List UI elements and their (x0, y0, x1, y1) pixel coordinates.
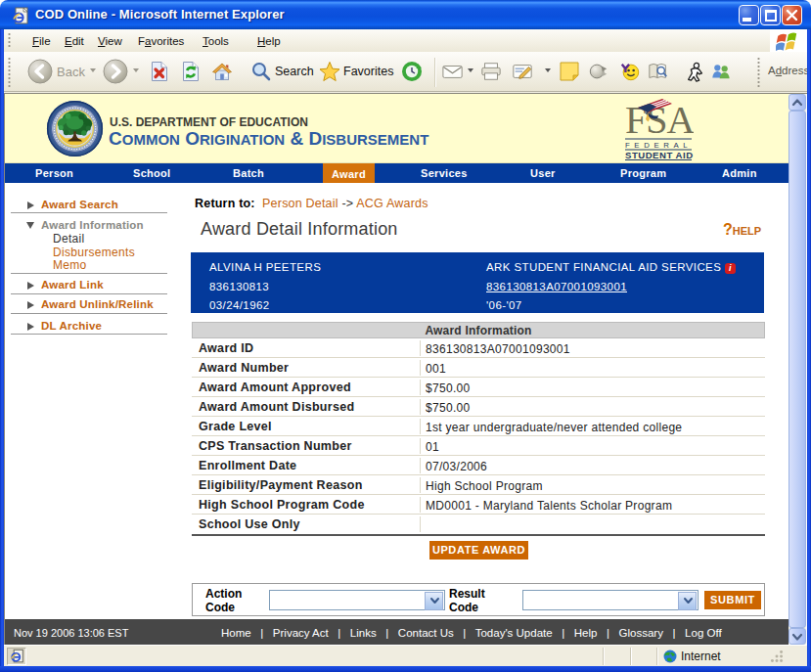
svg-text:STUDENT AID: STUDENT AID (625, 150, 694, 160)
